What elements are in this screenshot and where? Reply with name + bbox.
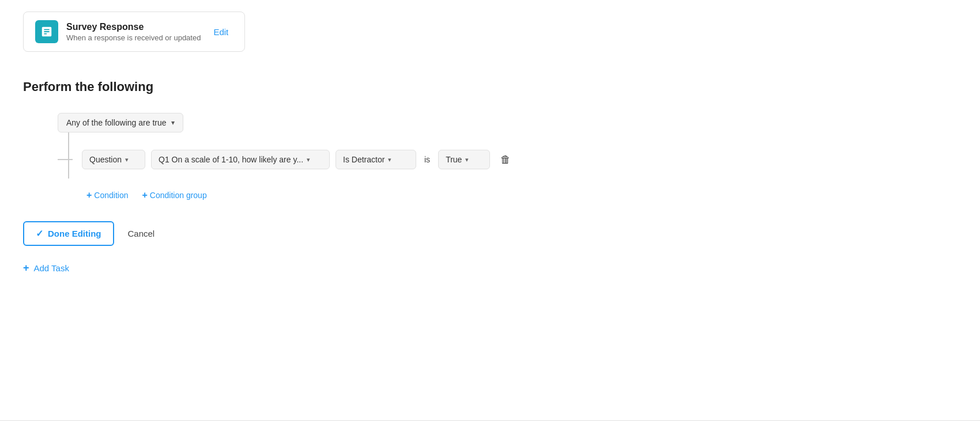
operator-select[interactable]: Is Detractor ▾ [336,150,416,169]
add-task-row[interactable]: + Add Task [23,262,957,274]
add-condition-group-plus-icon: + [142,190,148,200]
value-chevron-icon: ▾ [465,156,469,164]
is-label: is [422,155,432,164]
trigger-subtitle: When a response is received or updated [66,33,201,42]
condition-block: Any of the following are true ▾ [58,113,957,200]
chevron-down-icon: ▾ [171,119,175,127]
operator-label: Is Detractor [343,155,385,164]
survey-icon [35,20,58,43]
done-editing-button[interactable]: ✓ Done Editing [23,221,114,246]
add-condition-plus-icon: + [86,190,92,200]
add-condition-group-label: Condition group [150,191,207,200]
cancel-button[interactable]: Cancel [123,223,160,244]
question-label: Q1 On a scale of 1-10, how likely are y.… [159,155,303,164]
trigger-title: Survey Response [66,22,201,32]
done-editing-label: Done Editing [48,229,101,238]
any-dropdown-label: Any of the following are true [66,118,167,127]
button-row: ✓ Done Editing Cancel [23,221,957,246]
question-type-label: Question [89,155,122,164]
value-select[interactable]: True ▾ [438,150,490,169]
trigger-text: Survey Response When a response is recei… [66,22,201,42]
any-dropdown[interactable]: Any of the following are true ▾ [58,113,183,132]
question-select[interactable]: Q1 On a scale of 1-10, how likely are y.… [151,150,330,169]
condition-actions: + Condition + Condition group [86,190,957,200]
trash-icon: 🗑 [500,154,511,166]
delete-condition-button[interactable]: 🗑 [496,151,515,168]
add-condition-group-button[interactable]: + Condition group [142,190,207,200]
trigger-card: Survey Response When a response is recei… [23,12,245,52]
question-chevron-icon: ▾ [307,156,310,164]
add-condition-button[interactable]: + Condition [86,190,129,200]
question-type-chevron-icon: ▾ [125,156,129,164]
question-type-select[interactable]: Question ▾ [82,150,145,169]
section-heading: Perform the following [23,79,957,94]
trigger-edit-button[interactable]: Edit [209,25,233,39]
operator-chevron-icon: ▾ [388,156,391,164]
add-task-label: Add Task [34,263,69,273]
value-label: True [446,155,462,164]
condition-row: Question ▾ Q1 On a scale of 1-10, how li… [82,150,515,169]
add-condition-label: Condition [94,191,128,200]
add-task-plus-icon: + [23,262,29,274]
checkmark-icon: ✓ [36,228,43,239]
